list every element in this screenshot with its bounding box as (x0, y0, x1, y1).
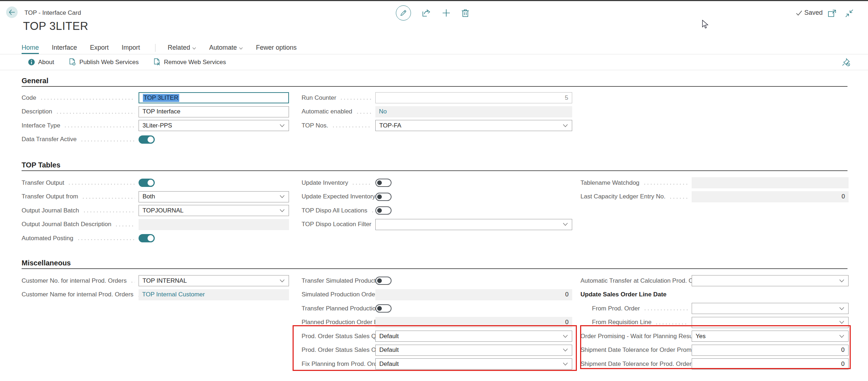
prod-order-status-sales-order-dropdown[interactable]: Default (375, 345, 572, 356)
share-button[interactable] (422, 9, 431, 17)
field-row-planned-production-order-expiration: Planned Production Order Expiration Time… (302, 317, 572, 328)
field-label: Order Promising - Wait for Planning Resu… (580, 333, 692, 340)
customer-no-internal-dropdown[interactable]: TOP INTERNAL (139, 275, 289, 286)
chevron-down-icon[interactable] (280, 209, 285, 212)
top-tables-col2: Update Inventory Update Expected Invento… (302, 177, 572, 232)
field-row-top-dispo-all-locations: TOP Dispo All Locations (302, 205, 572, 216)
new-button[interactable] (442, 9, 451, 17)
about-label: About (38, 59, 54, 66)
back-button[interactable] (6, 6, 18, 18)
unpin-action-bar-button[interactable] (841, 58, 851, 67)
run-counter-field: 5 (375, 92, 572, 103)
field-label: Data Transfer Active (22, 136, 139, 143)
chevron-down-icon[interactable] (563, 349, 568, 352)
remove-web-services-icon (154, 58, 161, 66)
transfer-output-toggle[interactable] (139, 179, 155, 187)
tab-export[interactable]: Export (90, 44, 109, 54)
top-dispo-location-filter-dropdown[interactable] (375, 219, 572, 230)
chevron-down-icon[interactable] (563, 223, 568, 226)
section-rule (22, 170, 847, 171)
description-input[interactable]: TOP Interface (139, 106, 289, 117)
output-journal-batch-dropdown[interactable]: TOPJOURNAL (139, 205, 289, 216)
field-row-from-prod-order: From Prod. Order (580, 302, 849, 314)
prod-order-status-sales-quote-dropdown[interactable]: Default (375, 331, 572, 342)
field-label: TOP Nos. (302, 122, 375, 129)
general-right-column: Run Counter 5 Automatic enabled No TOP N… (302, 92, 572, 134)
save-status: Saved (796, 9, 823, 17)
chevron-down-icon[interactable] (563, 124, 568, 127)
data-transfer-active-toggle[interactable] (139, 135, 155, 144)
miscellaneous-col2: Transfer Simulated Production Orders Sim… (302, 275, 572, 372)
fix-planning-from-prod-order-status-dropdown[interactable]: Default (375, 358, 572, 369)
chevron-down-icon[interactable] (839, 307, 844, 310)
field-row-code: Code TOP 3LITER (22, 92, 289, 104)
shipment-date-tolerance-order-promising-input[interactable]: 0 (692, 345, 849, 356)
transfer-simulated-production-orders-toggle[interactable] (375, 277, 392, 285)
edit-button[interactable] (396, 5, 411, 21)
field-label: TOP Dispo All Locations (302, 207, 375, 214)
transfer-planned-production-orders-toggle[interactable] (375, 304, 392, 313)
tablename-watchdog-field (692, 177, 849, 188)
dotted-leader (80, 140, 135, 142)
chevron-down-icon[interactable] (839, 279, 844, 282)
field-row-from-requisition-line: From Requisition Line (580, 317, 849, 328)
tab-automate[interactable]: Automate (209, 44, 243, 54)
tab-interface[interactable]: Interface (52, 44, 77, 54)
field-label: Transfer Simulated Production Orders (302, 277, 375, 284)
mouse-cursor (701, 20, 710, 30)
field-row-automatic-enabled: Automatic enabled No (302, 106, 572, 118)
update-expected-inventory-changes-toggle[interactable] (375, 193, 392, 201)
chevron-down-icon[interactable] (839, 321, 844, 324)
chevron-down-icon[interactable] (280, 279, 285, 282)
automated-posting-toggle[interactable] (139, 234, 155, 242)
tab-related[interactable]: Related (168, 44, 196, 54)
popout-icon (828, 9, 836, 17)
order-promising-wait-dropdown[interactable]: Yes (692, 331, 849, 342)
chevron-down-icon[interactable] (280, 124, 285, 127)
chevron-down-icon[interactable] (563, 335, 568, 338)
field-row-fix-planning-from-prod-order-status: Fix Planning from Prod. Order Status Def… (302, 358, 572, 370)
field-label: Planned Production Order Expiration Time… (302, 319, 375, 326)
tab-import[interactable]: Import (122, 44, 140, 54)
from-requisition-line-dropdown[interactable] (692, 317, 849, 328)
dotted-leader (130, 282, 135, 283)
interface-type-dropdown[interactable]: 3Liter-PPS (139, 120, 289, 131)
update-inventory-toggle[interactable] (375, 179, 392, 187)
section-heading-top-tables[interactable]: TOP Tables (22, 161, 60, 169)
section-heading-general[interactable]: General (22, 77, 48, 85)
tab-home[interactable]: Home (22, 44, 39, 54)
plus-icon (442, 9, 451, 17)
customer-name-internal-field: TOP Internal Customer (139, 289, 289, 300)
collapse-button[interactable] (845, 9, 854, 18)
chevron-down-icon[interactable] (280, 195, 285, 198)
field-row-tablename-watchdog: Tablename Watchdog (580, 177, 849, 189)
automatic-transfer-at-calculation-dropdown[interactable] (692, 275, 849, 286)
top-tables-col3: Tablename Watchdog Last Capacity Ledger … (580, 177, 849, 205)
top-dispo-all-locations-toggle[interactable] (375, 206, 392, 215)
publish-web-services-icon (69, 58, 76, 66)
check-icon (796, 10, 802, 15)
chevron-down-icon[interactable] (839, 335, 844, 338)
simulated-production-order-expiration-field: 0 (375, 289, 572, 300)
about-action[interactable]: About (28, 59, 54, 66)
remove-web-services-action[interactable]: Remove Web Services (154, 58, 226, 66)
top-nos-dropdown[interactable]: TOP-FA (375, 120, 572, 131)
tab-fewer-options[interactable]: Fewer options (256, 44, 297, 54)
field-row-update-inventory: Update Inventory (302, 177, 572, 189)
field-row-transfer-output: Transfer Output (22, 177, 289, 189)
general-left-column: Code TOP 3LITER Description TOP Interfac… (22, 92, 289, 147)
page-toolbar (396, 5, 469, 21)
dotted-leader (115, 225, 135, 227)
section-heading-miscellaneous[interactable]: Miscellaneous (22, 259, 71, 267)
delete-button[interactable] (461, 9, 469, 17)
transfer-output-from-dropdown[interactable]: Both (139, 191, 289, 202)
field-label: Update Expected Inventory Changes (302, 193, 375, 200)
shipment-date-tolerance-prod-orders-input[interactable]: 0 (692, 358, 849, 369)
popout-button[interactable] (828, 9, 836, 17)
publish-web-services-action[interactable]: Publish Web Services (69, 58, 139, 66)
breadcrumb[interactable]: TOP - Interface Card (24, 9, 81, 17)
chevron-down-icon[interactable] (563, 362, 568, 366)
from-prod-order-dropdown[interactable] (692, 303, 849, 314)
code-input[interactable]: TOP 3LITER (139, 92, 289, 103)
pin-off-icon (841, 58, 851, 67)
